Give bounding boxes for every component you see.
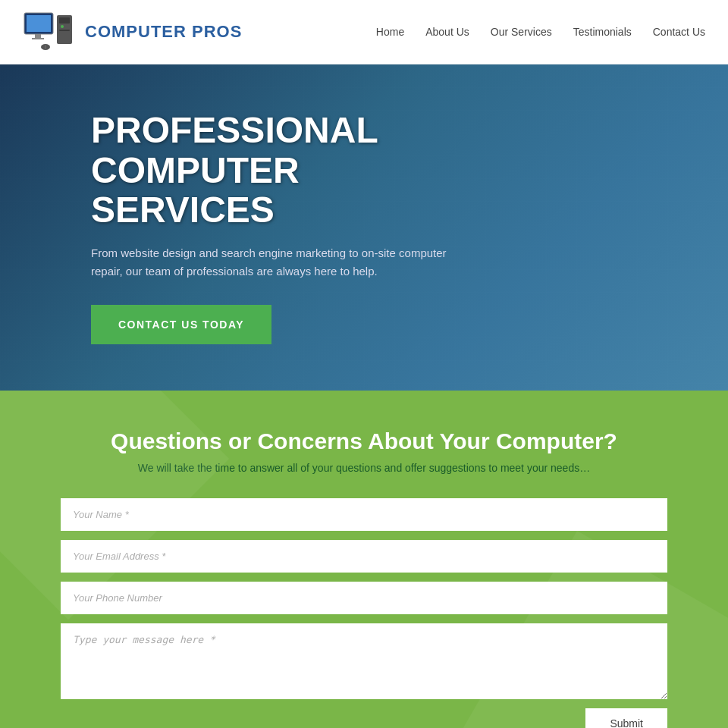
- hero-title: PROFESSIONAL COMPUTER SERVICES: [91, 111, 470, 231]
- nav-testimonials[interactable]: Testimonials: [573, 26, 632, 38]
- site-header: COMPUTER PROS Home About Us Our Services…: [0, 0, 728, 64]
- logo-icon: [23, 11, 76, 53]
- message-input[interactable]: [61, 623, 667, 699]
- svg-rect-1: [27, 15, 51, 32]
- nav-about[interactable]: About Us: [425, 26, 469, 38]
- logo-area: COMPUTER PROS: [23, 11, 242, 53]
- svg-point-6: [61, 25, 64, 28]
- form-section: Questions or Concerns About Your Compute…: [0, 391, 728, 728]
- email-input[interactable]: [61, 540, 667, 573]
- svg-rect-3: [32, 38, 44, 39]
- hero-subtitle: From website design and search engine ma…: [91, 244, 455, 281]
- contact-form: Submit: [61, 498, 667, 728]
- cta-button[interactable]: CONTACT US TODAY: [91, 305, 271, 344]
- svg-rect-2: [35, 34, 41, 38]
- nav-contact[interactable]: Contact Us: [653, 26, 705, 38]
- phone-input[interactable]: [61, 582, 667, 614]
- submit-button[interactable]: Submit: [585, 708, 667, 728]
- name-input[interactable]: [61, 498, 667, 531]
- hero-section: PROFESSIONAL COMPUTER SERVICES From webs…: [0, 64, 728, 391]
- form-section-title: Questions or Concerns About Your Compute…: [61, 428, 667, 454]
- hero-content: PROFESSIONAL COMPUTER SERVICES From webs…: [0, 111, 470, 344]
- nav-home[interactable]: Home: [376, 26, 404, 38]
- submit-row: Submit: [61, 708, 667, 728]
- main-nav: Home About Us Our Services Testimonials …: [376, 26, 705, 38]
- svg-rect-7: [59, 30, 70, 31]
- logo-text: COMPUTER PROS: [85, 22, 242, 42]
- svg-rect-5: [59, 17, 70, 24]
- form-section-subtitle: We will take the time to answer all of y…: [61, 462, 667, 474]
- nav-services[interactable]: Our Services: [491, 26, 552, 38]
